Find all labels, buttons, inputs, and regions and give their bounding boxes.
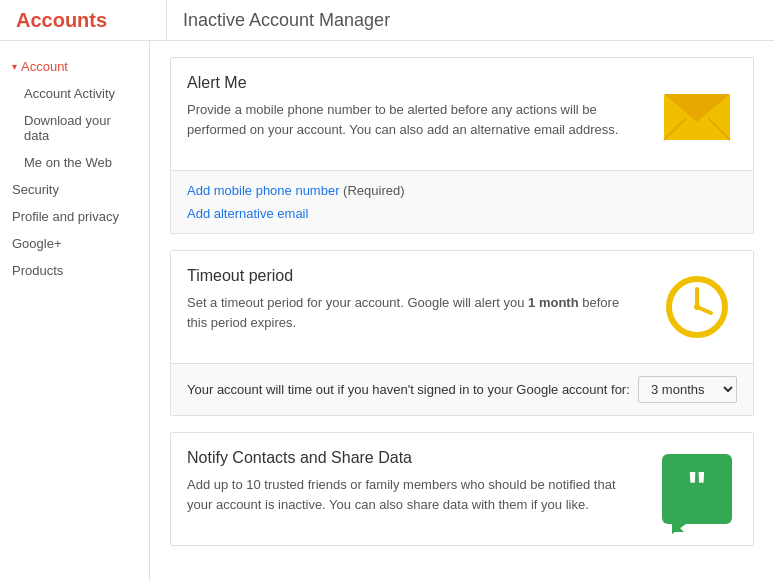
- svg-point-5: [694, 304, 700, 310]
- notify-card-title: Notify Contacts and Share Data: [187, 449, 641, 467]
- timeout-footer-text: Your account will time out if you haven'…: [187, 382, 630, 397]
- timeout-card-description: Set a timeout period for your account. G…: [187, 293, 641, 332]
- sidebar-item-google-plus[interactable]: Google+: [0, 230, 149, 257]
- alert-card-description: Provide a mobile phone number to be aler…: [187, 100, 641, 139]
- timeout-card: Timeout period Set a timeout period for …: [170, 250, 754, 416]
- sidebar-item-download-data[interactable]: Download your data: [0, 107, 149, 149]
- sidebar-item-profile-privacy[interactable]: Profile and privacy: [0, 203, 149, 230]
- add-phone-link[interactable]: Add mobile phone number: [187, 183, 340, 198]
- timeout-card-title: Timeout period: [187, 267, 641, 285]
- sidebar-item-me-on-web[interactable]: Me on the Web: [0, 149, 149, 176]
- envelope-icon: [657, 74, 737, 154]
- sidebar-account-label: Account: [21, 59, 68, 74]
- sidebar-item-security[interactable]: Security: [0, 176, 149, 203]
- content-area: Alert Me Provide a mobile phone number t…: [150, 41, 774, 581]
- required-label: (Required): [340, 183, 405, 198]
- notify-card: Notify Contacts and Share Data Add up to…: [170, 432, 754, 546]
- page-title: Inactive Account Manager: [166, 0, 390, 41]
- add-email-link[interactable]: Add alternative email: [187, 206, 308, 221]
- alert-card: Alert Me Provide a mobile phone number t…: [170, 57, 754, 234]
- sidebar-item-account[interactable]: ▾ Account: [0, 53, 149, 80]
- chevron-down-icon: ▾: [12, 61, 17, 72]
- timeout-card-footer: Your account will time out if you haven'…: [171, 363, 753, 415]
- chat-icon: ": [657, 449, 737, 529]
- sidebar: ▾ Account Account Activity Download your…: [0, 41, 150, 581]
- alert-card-footer: Add mobile phone number (Required) Add a…: [171, 170, 753, 233]
- sidebar-item-products[interactable]: Products: [0, 257, 149, 284]
- alert-card-title: Alert Me: [187, 74, 641, 92]
- notify-card-description: Add up to 10 trusted friends or family m…: [187, 475, 641, 514]
- timeout-select[interactable]: 3 months 6 months 12 months 18 months: [638, 376, 737, 403]
- clock-icon: [657, 267, 737, 347]
- app-logo[interactable]: Accounts: [16, 9, 166, 32]
- header: Accounts Inactive Account Manager: [0, 0, 774, 41]
- sidebar-item-account-activity[interactable]: Account Activity: [0, 80, 149, 107]
